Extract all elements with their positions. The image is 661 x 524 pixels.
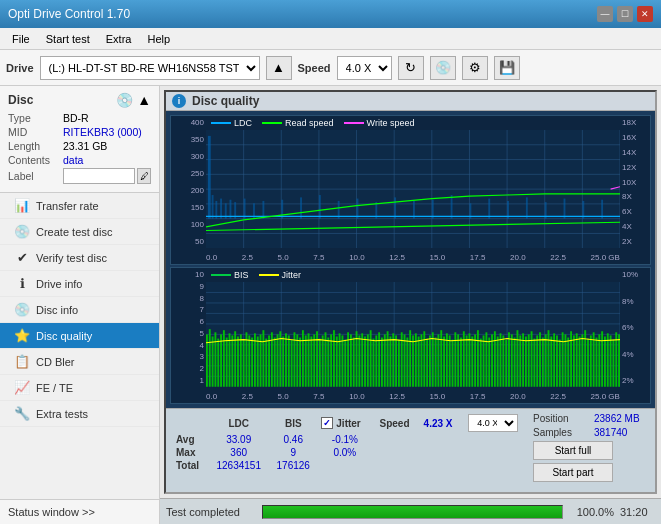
speed-set-select[interactable]: 4.0 X xyxy=(468,414,518,432)
sidebar-item-verify-test[interactable]: ✔ Verify test disc xyxy=(0,245,159,271)
jitter-legend: Jitter xyxy=(259,270,302,280)
jitter-col-label: Jitter xyxy=(336,418,360,429)
svg-rect-108 xyxy=(319,339,321,387)
sidebar-item-drive-info[interactable]: ℹ Drive info xyxy=(0,271,159,297)
svg-rect-130 xyxy=(381,338,383,387)
svg-rect-75 xyxy=(226,338,228,387)
avg-label: Avg xyxy=(172,433,208,446)
svg-rect-146 xyxy=(426,339,428,387)
sidebar-item-create-test-label: Create test disc xyxy=(36,226,112,238)
svg-rect-109 xyxy=(322,336,324,387)
total-bis: 176126 xyxy=(269,459,317,472)
position-row: Position 23862 MB xyxy=(533,413,649,424)
jitter-checkbox[interactable]: ✓ xyxy=(321,417,333,429)
sidebar-item-create-test[interactable]: 💿 Create test disc xyxy=(0,219,159,245)
titlebar: Opti Drive Control 1.70 — ☐ ✕ xyxy=(0,0,661,28)
svg-rect-20 xyxy=(212,195,214,219)
menu-extra[interactable]: Extra xyxy=(98,31,140,47)
svg-rect-203 xyxy=(587,339,589,387)
sidebar-item-cd-bler-label: CD Bler xyxy=(36,356,75,368)
ldc-chart: LDC Read speed Write speed 400 xyxy=(170,115,651,265)
start-full-button[interactable]: Start full xyxy=(533,441,613,460)
svg-rect-113 xyxy=(333,330,335,387)
maximize-button[interactable]: ☐ xyxy=(617,6,633,22)
chart1-plot xyxy=(206,130,620,248)
svg-rect-140 xyxy=(409,330,411,387)
svg-rect-112 xyxy=(330,335,332,387)
label-edit-button[interactable]: 🖊 xyxy=(137,168,151,184)
menu-help[interactable]: Help xyxy=(139,31,178,47)
svg-rect-116 xyxy=(341,336,343,387)
read-speed-legend-label: Read speed xyxy=(285,118,334,128)
speed-select[interactable]: 4.0 X 1.0 X 2.0 X 6.0 X 8.0 X xyxy=(337,56,392,80)
svg-rect-22 xyxy=(220,199,222,219)
svg-rect-74 xyxy=(223,330,225,387)
close-button[interactable]: ✕ xyxy=(637,6,653,22)
sidebar-item-extra-tests[interactable]: 🔧 Extra tests xyxy=(0,401,159,427)
sidebar-item-fe-te[interactable]: 📈 FE / TE xyxy=(0,375,159,401)
svg-rect-149 xyxy=(435,338,437,387)
max-jitter: 0.0% xyxy=(317,446,372,459)
chart2-y-right: 10% 8% 6% 4% 2% xyxy=(620,268,650,385)
svg-rect-128 xyxy=(375,336,377,387)
svg-rect-94 xyxy=(279,331,281,387)
disc-panel: Disc 💿 ▲ Type BD-R MID RITEKBR3 (000) Le… xyxy=(0,86,159,193)
svg-rect-117 xyxy=(344,340,346,387)
svg-rect-192 xyxy=(556,336,558,387)
svg-rect-35 xyxy=(394,197,396,218)
svg-rect-193 xyxy=(559,340,561,387)
svg-rect-200 xyxy=(579,337,581,387)
svg-rect-69 xyxy=(209,329,211,387)
svg-rect-136 xyxy=(398,340,400,387)
charts-area: LDC Read speed Write speed 400 xyxy=(166,111,655,408)
svg-rect-214 xyxy=(618,335,620,387)
disc-eject-icon[interactable]: ▲ xyxy=(137,92,151,108)
svg-rect-167 xyxy=(485,333,487,387)
sidebar-item-disc-info[interactable]: 💿 Disc info xyxy=(0,297,159,323)
svg-rect-89 xyxy=(265,339,267,387)
type-key: Type xyxy=(8,112,63,124)
ldc-legend-dot xyxy=(211,122,231,124)
sidebar-item-extra-tests-label: Extra tests xyxy=(36,408,88,420)
status-text: Test completed xyxy=(166,506,256,518)
svg-rect-106 xyxy=(313,335,315,387)
col-header-jitter-check: ✓ Jitter xyxy=(317,413,372,433)
minimize-button[interactable]: — xyxy=(597,6,613,22)
menu-start-test[interactable]: Start test xyxy=(38,31,98,47)
eject-button[interactable]: ▲ xyxy=(266,56,292,80)
svg-rect-204 xyxy=(590,336,592,387)
start-part-button[interactable]: Start part xyxy=(533,463,613,482)
settings-button[interactable]: ⚙ xyxy=(462,56,488,80)
samples-val: 381740 xyxy=(594,427,649,438)
svg-rect-190 xyxy=(550,337,552,387)
stats-bar: LDC BIS ✓ Jitter Speed 4.23 X xyxy=(166,408,655,492)
verify-test-icon: ✔ xyxy=(14,250,30,265)
svg-rect-139 xyxy=(406,338,408,387)
stats-data-table: LDC BIS ✓ Jitter Speed 4.23 X xyxy=(172,413,527,472)
label-input[interactable] xyxy=(63,168,135,184)
menu-file[interactable]: File xyxy=(4,31,38,47)
mid-key: MID xyxy=(8,126,63,138)
jitter-legend-dot xyxy=(259,274,279,276)
svg-rect-191 xyxy=(553,334,555,387)
chart1-y-left: 400 350 300 250 200 150 100 50 xyxy=(171,116,206,246)
sidebar-item-disc-quality[interactable]: ⭐ Disc quality xyxy=(0,323,159,349)
refresh-button[interactable]: ↻ xyxy=(398,56,424,80)
avg-row: Avg 33.09 0.46 -0.1% xyxy=(172,433,527,446)
stats-right-panel: Position 23862 MB Samples 381740 Start f… xyxy=(533,409,655,492)
avg-jitter: -0.1% xyxy=(317,433,372,446)
svg-rect-168 xyxy=(488,338,490,387)
drive-select[interactable]: (L:) HL-DT-ST BD-RE WH16NS58 TST4 xyxy=(40,56,260,80)
svg-rect-173 xyxy=(502,336,504,387)
sidebar-item-transfer-rate[interactable]: 📊 Transfer rate xyxy=(0,193,159,219)
mid-val: RITEKBR3 (000) xyxy=(63,126,142,138)
svg-rect-213 xyxy=(615,333,617,387)
disc-icon-button[interactable]: 💿 xyxy=(430,56,456,80)
svg-rect-81 xyxy=(243,340,245,387)
avg-ldc: 33.09 xyxy=(208,433,269,446)
status-window-button[interactable]: Status window >> xyxy=(0,499,159,524)
svg-rect-181 xyxy=(525,337,527,387)
svg-rect-177 xyxy=(514,338,516,387)
save-button[interactable]: 💾 xyxy=(494,56,520,80)
sidebar-item-cd-bler[interactable]: 📋 CD Bler xyxy=(0,349,159,375)
